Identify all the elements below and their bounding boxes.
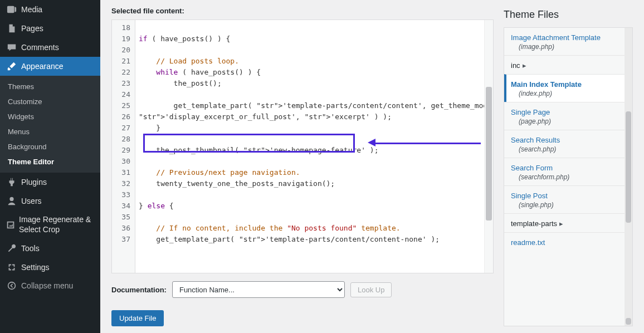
sidebar-item-comments[interactable]: Comments (0, 38, 100, 57)
file-item[interactable]: Search Results(search.php) (504, 130, 625, 158)
sidebar-item-plugins[interactable]: Plugins (0, 173, 100, 192)
file-item-title: Single Post (511, 192, 618, 200)
file-item[interactable]: inc▸ (504, 55, 625, 74)
sidebar-item-label: Image Regenerate & Select Crop (19, 215, 95, 234)
sidebar-item-label: Comments (21, 43, 59, 52)
theme-files-title: Theme Files (504, 9, 633, 21)
file-item-title: template-parts▸ (511, 219, 618, 228)
sidebar-sub-menus[interactable]: Menus (0, 124, 100, 139)
sidebar-item-label: Appearance (21, 62, 64, 71)
sidebar-sub-customize[interactable]: Customize (0, 94, 100, 109)
collapse-label: Collapse menu (21, 281, 73, 290)
sidebar-sub-widgets[interactable]: Widgets (0, 109, 100, 124)
collapse-icon (6, 281, 18, 290)
sidebar-item-label: Media (21, 5, 42, 14)
collapse-menu[interactable]: Collapse menu (0, 277, 100, 295)
media-icon (6, 4, 18, 14)
sidebar-item-tools[interactable]: Tools (0, 239, 100, 258)
file-item-title: Image Attachment Template (511, 33, 618, 42)
file-item-title: Search Results (511, 136, 618, 144)
file-item[interactable]: Search Form(searchform.php) (504, 158, 625, 185)
pages-icon (6, 23, 18, 33)
file-item[interactable]: template-parts▸ (504, 213, 625, 232)
sidebar-item-settings[interactable]: Settings (0, 258, 100, 277)
code-body[interactable]: if ( have_posts() ) { // Load posts loop… (135, 20, 493, 273)
file-item[interactable]: readme.txt (504, 232, 625, 251)
plugins-icon (6, 177, 18, 187)
appearance-submenu: Themes Customize Widgets Menus Backgroun… (0, 76, 100, 173)
code-editor[interactable]: 18 19 20 21 22 23 24 25 26 27 28 29 30 3… (111, 19, 494, 273)
file-item-filename: (searchform.php) (511, 173, 618, 181)
crop-icon (6, 220, 16, 230)
chevron-right-icon: ▸ (523, 61, 526, 70)
file-item-title: Search Form (511, 164, 618, 172)
admin-sidebar: Media Pages Comments Appearance Themes C… (0, 0, 100, 333)
file-item-title: Single Page (511, 108, 618, 116)
file-item-filename: (search.php) (511, 145, 618, 153)
file-item-title: readme.txt (511, 238, 618, 247)
theme-files-list: Image Attachment Template(image.php)inc▸… (504, 27, 633, 326)
sidebar-item-label: Tools (21, 244, 40, 253)
sidebar-item-label: Users (21, 197, 42, 205)
comments-icon (6, 42, 18, 52)
svg-point-0 (8, 282, 16, 290)
file-item-filename: (page.php) (511, 117, 618, 125)
file-item-filename: (image.php) (511, 43, 618, 51)
main-content: Selected file content: 18 19 20 21 22 23… (100, 0, 644, 333)
tools-icon (6, 243, 18, 253)
file-item-title: Main Index Template (511, 80, 618, 89)
file-item-title: inc▸ (511, 61, 618, 70)
update-file-button[interactable]: Update File (111, 310, 164, 326)
file-item[interactable]: Single Post(single.php) (504, 185, 625, 213)
sidebar-sub-background[interactable]: Background (0, 139, 100, 154)
brush-icon (6, 61, 18, 71)
sidebar-sub-themes[interactable]: Themes (0, 79, 100, 94)
file-item[interactable]: Image Attachment Template(image.php) (504, 28, 625, 55)
sidebar-item-label: Settings (21, 263, 50, 272)
sidebar-item-pages[interactable]: Pages (0, 19, 100, 38)
sidebar-item-image-regenerate[interactable]: Image Regenerate & Select Crop (0, 210, 100, 239)
chevron-right-icon: ▸ (559, 219, 563, 228)
lookup-button[interactable]: Look Up (350, 282, 392, 297)
sidebar-item-label: Plugins (21, 178, 47, 187)
editor-column: Selected file content: 18 19 20 21 22 23… (111, 7, 494, 326)
file-item-filename: (single.php) (511, 201, 618, 209)
editor-scrollbar[interactable] (484, 20, 493, 273)
line-number-gutter: 18 19 20 21 22 23 24 25 26 27 28 29 30 3… (112, 20, 135, 273)
files-scrollbar[interactable] (625, 28, 632, 326)
theme-files-column: Theme Files Image Attachment Template(im… (504, 7, 633, 326)
sidebar-item-media[interactable]: Media (0, 0, 100, 19)
selected-file-label: Selected file content: (111, 7, 494, 15)
sidebar-sub-theme-editor[interactable]: Theme Editor (0, 154, 100, 169)
file-item[interactable]: Main Index Template(index.php) (504, 74, 625, 102)
documentation-row: Documentation: Function Name... Look Up (111, 281, 494, 298)
documentation-select[interactable]: Function Name... (172, 281, 345, 298)
documentation-label: Documentation: (111, 286, 167, 294)
file-item-filename: (index.php) (511, 90, 618, 97)
users-icon (6, 196, 18, 206)
sidebar-item-appearance[interactable]: Appearance (0, 57, 100, 76)
file-item[interactable]: Single Page(page.php) (504, 102, 625, 130)
settings-icon (6, 262, 18, 272)
sidebar-item-label: Pages (21, 24, 43, 33)
sidebar-item-users[interactable]: Users (0, 192, 100, 210)
